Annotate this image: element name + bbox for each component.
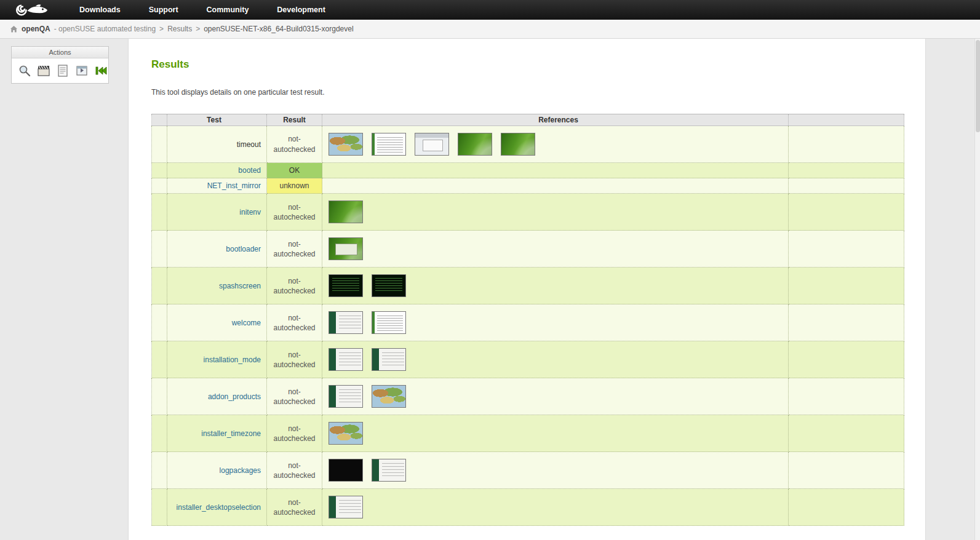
result-cell: not-autochecked <box>267 341 322 378</box>
test-link[interactable]: installation_mode <box>204 355 261 364</box>
references-cell <box>322 304 789 341</box>
test-link[interactable]: addon_products <box>208 392 261 401</box>
table-row: installation_mode not-autochecked <box>152 341 904 378</box>
flag-cell <box>152 304 167 341</box>
result-cell: not-autochecked <box>267 194 322 231</box>
screenshot-thumbnail[interactable] <box>372 274 406 297</box>
references-cell <box>322 231 789 268</box>
screenshot-thumbnail[interactable] <box>329 201 363 223</box>
screenshot-thumbnail[interactable] <box>415 133 449 156</box>
screenshot-thumbnail[interactable] <box>329 237 363 260</box>
test-link[interactable]: logpackages <box>220 466 261 475</box>
screenshot-thumbnail[interactable] <box>458 133 492 156</box>
table-row: NET_inst_mirror unknown <box>152 178 904 194</box>
test-link[interactable]: installer_timezone <box>201 429 261 438</box>
flag-cell <box>152 163 167 178</box>
test-link: timeout <box>237 140 261 149</box>
result-cell: not-autochecked <box>267 452 322 489</box>
flag-cell <box>152 415 167 452</box>
nav-item-support[interactable]: Support <box>138 0 189 20</box>
references-cell <box>322 378 789 415</box>
screenshot-thumbnail[interactable] <box>372 348 406 371</box>
scrollbar-thumb[interactable] <box>976 40 980 132</box>
result-cell: not-autochecked <box>267 126 322 163</box>
table-row: logpackages not-autochecked <box>152 452 904 489</box>
test-link[interactable]: NET_inst_mirror <box>207 181 261 190</box>
opensuse-logo[interactable] <box>0 2 69 18</box>
test-name-cell: booted <box>167 163 267 178</box>
references-cell <box>322 163 789 178</box>
header-extra-column <box>789 114 904 126</box>
top-navigation-bar: Downloads Support Community Development <box>0 0 980 20</box>
references-cell <box>322 268 789 304</box>
flag-cell <box>152 231 167 268</box>
home-icon[interactable] <box>10 25 18 33</box>
header-result: Result <box>267 114 322 126</box>
flag-cell <box>152 489 167 526</box>
chameleon-logo-icon <box>15 2 54 18</box>
test-link[interactable]: initenv <box>239 208 261 216</box>
screenshot-thumbnail[interactable] <box>372 311 406 334</box>
actions-icon-row <box>12 58 108 83</box>
test-link[interactable]: booted <box>238 166 261 175</box>
test-name-cell: welcome <box>167 304 267 341</box>
breadcrumb-build-name: openSUSE-NET-x86_64-Build0315-xorgdevel <box>204 25 353 33</box>
film-clapper-icon[interactable] <box>37 64 50 77</box>
breadcrumb: openQA - openSUSE automated testing > Re… <box>0 20 980 39</box>
content-area: Actions <box>0 39 980 540</box>
table-row: addon_products not-autochecked <box>152 378 904 415</box>
nav-item-community[interactable]: Community <box>196 0 260 20</box>
table-row: initenv not-autochecked <box>152 194 904 231</box>
breadcrumb-site-suffix: - openSUSE automated testing <box>54 25 156 33</box>
screenshot-thumbnail[interactable] <box>329 422 363 445</box>
scrollbar[interactable] <box>974 39 980 540</box>
screenshot-thumbnail[interactable] <box>329 348 363 371</box>
table-row: timeout not-autochecked <box>152 126 904 163</box>
screenshot-thumbnail[interactable] <box>372 133 406 156</box>
test-name-cell: addon_products <box>167 378 267 415</box>
test-name-cell: installer_timezone <box>167 415 267 452</box>
screenshot-thumbnail[interactable] <box>372 459 406 482</box>
flag-cell <box>152 452 167 489</box>
page-description: This tool displays details on one partic… <box>151 88 902 97</box>
screenshot-thumbnail[interactable] <box>329 274 363 297</box>
result-cell: OK <box>267 163 322 178</box>
breadcrumb-results-link[interactable]: Results <box>167 25 192 33</box>
test-link[interactable]: spashscreen <box>219 282 261 290</box>
header-test: Test <box>167 114 267 126</box>
table-row: installer_timezone not-autochecked <box>152 415 904 452</box>
test-link[interactable]: welcome <box>232 319 261 327</box>
references-cell <box>322 489 789 526</box>
extra-cell <box>789 163 904 178</box>
header-flag-column <box>152 114 167 126</box>
flag-cell <box>152 194 167 231</box>
result-text: unknown <box>279 181 309 191</box>
export-window-icon[interactable] <box>75 64 89 77</box>
table-row: welcome not-autochecked <box>152 304 904 341</box>
log-file-icon[interactable] <box>56 64 70 77</box>
flag-cell <box>152 178 167 194</box>
screenshot-thumbnail[interactable] <box>329 459 363 482</box>
test-link[interactable]: installer_desktopselection <box>177 503 261 512</box>
test-name-cell: spashscreen <box>167 268 267 304</box>
extra-cell <box>789 415 904 452</box>
test-link[interactable]: bootloader <box>226 245 261 253</box>
screenshot-thumbnail[interactable] <box>372 385 406 408</box>
screenshot-thumbnail[interactable] <box>329 133 363 156</box>
result-text: not-autochecked <box>273 313 317 333</box>
references-cell <box>322 415 789 452</box>
magnifier-icon[interactable] <box>18 64 31 77</box>
screenshot-thumbnail[interactable] <box>329 496 363 518</box>
breadcrumb-separator: > <box>196 25 200 33</box>
test-name-cell: installer_desktopselection <box>167 489 267 526</box>
extra-cell <box>789 268 904 304</box>
nav-item-downloads[interactable]: Downloads <box>69 0 131 20</box>
test-name-cell: bootloader <box>167 231 267 268</box>
screenshot-thumbnail[interactable] <box>329 385 363 408</box>
screenshot-thumbnail[interactable] <box>329 311 363 334</box>
breadcrumb-site-link[interactable]: openQA <box>22 25 50 33</box>
back-arrow-icon[interactable] <box>94 64 108 77</box>
extra-cell <box>789 378 904 415</box>
screenshot-thumbnail[interactable] <box>501 133 535 156</box>
nav-item-development[interactable]: Development <box>266 0 336 20</box>
